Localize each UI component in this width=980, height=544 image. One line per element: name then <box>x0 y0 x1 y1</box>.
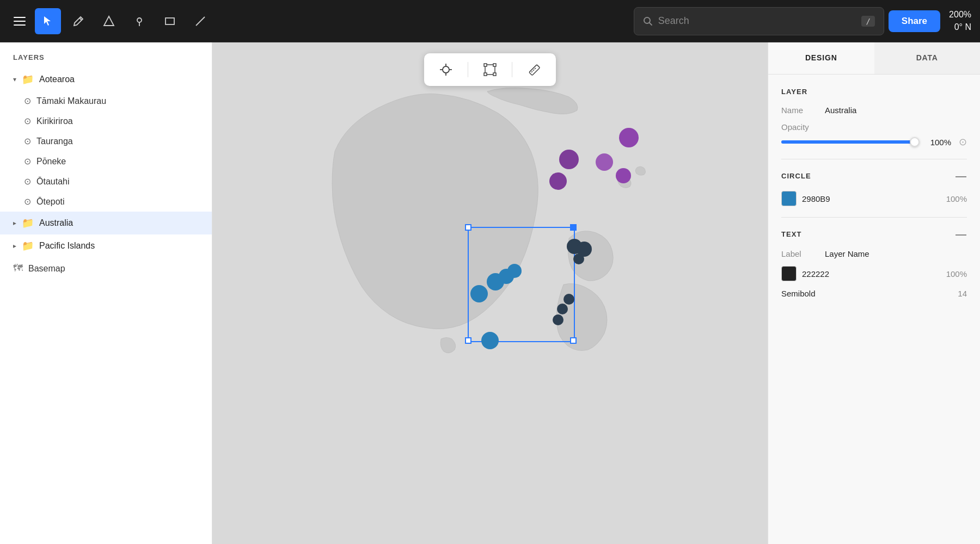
opacity-value: 100% <box>927 138 951 147</box>
svg-line-16 <box>531 71 532 72</box>
right-panel: DESIGN DATA LAYER Name Australia Opacity… <box>768 42 980 544</box>
map-tool-bbox[interactable] <box>479 59 501 81</box>
tool-shape[interactable] <box>96 8 122 34</box>
map-icon: 🗺 <box>13 263 23 274</box>
folder-icon: 📁 <box>22 217 34 229</box>
svg-point-33 <box>557 304 568 314</box>
tab-data[interactable]: DATA <box>874 42 981 74</box>
text-label-row: Label Layer Name <box>781 249 967 258</box>
svg-point-38 <box>549 172 567 190</box>
svg-rect-11 <box>484 64 487 66</box>
text-color-swatch[interactable] <box>781 266 797 281</box>
basemap-label: Basemap <box>28 264 65 274</box>
svg-rect-22 <box>465 338 471 343</box>
layer-item-poneke[interactable]: ⊙ Pōneke <box>11 151 212 171</box>
layer-group-australia: ▸ 📁 Australia <box>0 212 212 234</box>
label-key: Label <box>781 249 819 258</box>
kirikiriroa-label: Kirikiriroa <box>36 116 73 126</box>
text-color-hex: 222222 <box>802 269 829 279</box>
layer-group-header-aotearoa[interactable]: ▾ 📁 Aotearoa <box>0 68 212 91</box>
tool-rect[interactable] <box>157 8 183 34</box>
opacity-thumb[interactable] <box>910 137 920 147</box>
search-bar: / <box>634 7 884 35</box>
svg-rect-21 <box>571 225 576 230</box>
svg-rect-13 <box>484 73 487 76</box>
svg-line-17 <box>533 70 534 71</box>
circle-color-swatch-group: 2980B9 <box>781 191 830 206</box>
layer-group-header-pacific[interactable]: ▸ 📁 Pacific Islands <box>0 234 212 257</box>
zoom-info: 200% 0° N <box>949 9 971 33</box>
layer-item-tamaki[interactable]: ⊙ Tāmaki Makaurau <box>11 91 212 111</box>
tool-select[interactable] <box>35 8 61 34</box>
svg-point-36 <box>559 150 579 169</box>
circle-color-row: 2980B9 100% <box>781 191 967 206</box>
map-tool-crosshair[interactable] <box>435 59 457 81</box>
poneke-label: Pōneke <box>36 157 66 166</box>
layer-group-aotearoa: ▾ 📁 Aotearoa ⊙ Tāmaki Makaurau ⊙ Kirikir… <box>0 68 212 212</box>
bearing: 0° N <box>949 21 971 33</box>
basemap-item[interactable]: 🗺 Basemap <box>0 257 212 280</box>
tool-pen[interactable] <box>65 8 91 34</box>
section-divider-2 <box>781 217 967 218</box>
otepoti-label: Ōtepoti <box>36 197 65 207</box>
pin-icon: ⊙ <box>24 196 31 207</box>
opacity-slider[interactable] <box>781 140 919 144</box>
otautahi-label: Ōtautahi <box>36 177 69 187</box>
aotearoa-children: ⊙ Tāmaki Makaurau ⊙ Kirikiriroa ⊙ Tauran… <box>0 91 212 212</box>
layer-item-kirikiriroa[interactable]: ⊙ Kirikiriroa <box>11 111 212 131</box>
tool-divider <box>468 62 468 77</box>
layer-group-pacific: ▸ 📁 Pacific Islands <box>0 234 212 257</box>
layer-item-tauranga[interactable]: ⊙ Tauranga <box>11 131 212 151</box>
share-button[interactable]: Share <box>889 10 940 32</box>
svg-point-34 <box>553 314 564 325</box>
map-canvas[interactable] <box>212 42 768 544</box>
svg-line-2 <box>196 17 205 26</box>
text-color-pct: 100% <box>946 269 967 279</box>
tool-line[interactable] <box>187 8 213 34</box>
pin-icon: ⊙ <box>24 156 31 166</box>
toolbar-right: Share 200% 0° N <box>889 9 971 33</box>
circle-collapse-btn[interactable]: — <box>955 170 967 181</box>
circle-color-swatch[interactable] <box>781 191 797 206</box>
svg-point-39 <box>616 168 631 183</box>
pin-icon: ⊙ <box>24 116 31 126</box>
text-collapse-btn[interactable]: — <box>955 228 967 239</box>
svg-rect-15 <box>529 65 540 76</box>
lock-icon[interactable]: ⊙ <box>959 136 967 148</box>
layer-group-header-australia[interactable]: ▸ 📁 Australia <box>0 212 212 234</box>
font-row: Semibold 14 <box>781 289 967 298</box>
svg-point-37 <box>596 153 613 171</box>
tab-design[interactable]: DESIGN <box>768 42 874 74</box>
search-input[interactable] <box>658 15 856 27</box>
map-svg <box>212 42 768 544</box>
folder-icon: 📁 <box>22 240 34 252</box>
layer-item-otautahi[interactable]: ⊙ Ōtautahi <box>11 171 212 191</box>
panel-tabs: DESIGN DATA <box>768 42 980 75</box>
layer-name-value: Australia <box>825 106 856 115</box>
tool-divider <box>512 62 512 77</box>
main-area: Layers ▾ 📁 Aotearoa ⊙ Tāmaki Makaurau ⊙ … <box>0 42 980 544</box>
search-shortcut: / <box>861 16 874 27</box>
opacity-label: Opacity <box>781 122 819 132</box>
svg-rect-1 <box>166 18 174 24</box>
svg-point-27 <box>507 264 522 278</box>
aotearoa-label: Aotearoa <box>39 75 75 84</box>
layer-item-otepoti[interactable]: ⊙ Ōtepoti <box>11 191 212 212</box>
section-divider <box>781 159 967 159</box>
svg-point-24 <box>470 285 488 302</box>
circle-color-pct: 100% <box>946 194 967 203</box>
search-icon <box>643 16 653 26</box>
text-color-swatch-group: 222222 <box>781 266 829 281</box>
pin-icon: ⊙ <box>24 136 31 146</box>
chevron-right-icon: ▸ <box>13 219 16 227</box>
pin-icon: ⊙ <box>24 176 31 187</box>
font-size: 14 <box>958 289 967 298</box>
zoom-level: 200% <box>949 9 971 21</box>
tool-pin[interactable] <box>126 8 152 34</box>
svg-rect-14 <box>493 73 496 76</box>
menu-button[interactable] <box>9 10 30 32</box>
main-toolbar: / Share 200% 0° N <box>0 0 980 42</box>
circle-color-hex: 2980B9 <box>802 194 830 203</box>
map-tool-ruler[interactable] <box>523 59 545 81</box>
pacific-label: Pacific Islands <box>39 241 95 251</box>
